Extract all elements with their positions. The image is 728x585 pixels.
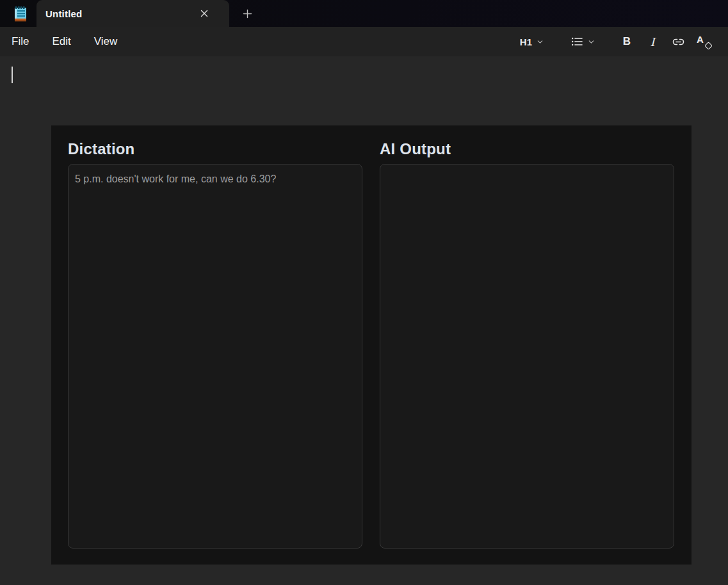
link-icon xyxy=(671,35,686,49)
titlebar: Untitled xyxy=(0,0,728,27)
plus-icon xyxy=(243,9,252,19)
editor-area[interactable]: Dictation 5 p.m. doesn't work for me, ca… xyxy=(0,56,728,585)
clear-formatting-icon: A xyxy=(696,34,711,49)
dictation-title: Dictation xyxy=(68,140,362,159)
bold-icon: B xyxy=(623,35,631,48)
italic-button[interactable]: I xyxy=(642,31,663,52)
menu-file[interactable]: File xyxy=(4,31,36,52)
list-style-dropdown[interactable] xyxy=(565,31,600,52)
dictation-ai-panel: Dictation 5 p.m. doesn't work for me, ca… xyxy=(51,125,692,565)
tab-untitled[interactable]: Untitled xyxy=(36,0,229,27)
text-caret xyxy=(12,67,13,83)
clear-formatting-button[interactable]: A xyxy=(693,31,714,52)
ai-output-title: AI Output xyxy=(380,140,674,159)
ai-output-textarea[interactable] xyxy=(380,164,674,549)
notepad-app-icon xyxy=(13,5,28,22)
insert-link-button[interactable] xyxy=(668,31,688,52)
bulleted-list-icon xyxy=(570,35,583,48)
bold-button[interactable]: B xyxy=(617,31,637,52)
tab-title: Untitled xyxy=(45,8,82,19)
italic-icon: I xyxy=(650,35,654,49)
chevron-down-icon xyxy=(537,38,544,45)
tab-close-button[interactable] xyxy=(196,5,213,22)
menubar: File Edit View H1 xyxy=(0,27,728,56)
format-toolbar: H1 xyxy=(515,31,714,52)
dictation-textarea[interactable]: 5 p.m. doesn't work for me, can we do 6.… xyxy=(68,164,362,549)
dictation-column: Dictation 5 p.m. doesn't work for me, ca… xyxy=(68,140,362,549)
heading-style-label: H1 xyxy=(520,36,532,47)
menu-edit[interactable]: Edit xyxy=(44,31,78,52)
new-tab-button[interactable] xyxy=(238,4,256,22)
chevron-down-icon xyxy=(588,38,595,45)
close-icon xyxy=(200,10,208,17)
menu-view[interactable]: View xyxy=(86,31,125,52)
heading-style-dropdown[interactable]: H1 xyxy=(515,31,549,52)
ai-output-column: AI Output xyxy=(380,140,674,549)
